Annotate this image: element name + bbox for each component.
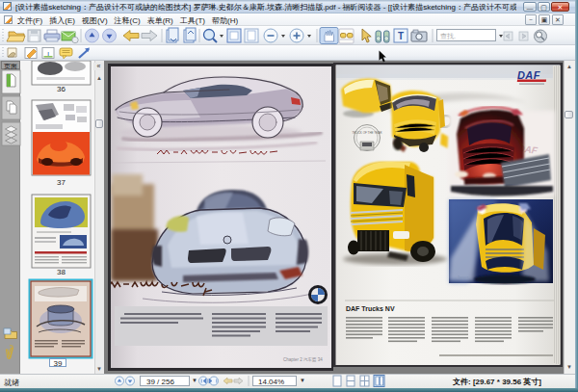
svg-text:Chapter 2 汽车篇 34: Chapter 2 汽车篇 34 xyxy=(283,356,323,363)
svg-text:DAF Trucks NV: DAF Trucks NV xyxy=(346,305,395,312)
svg-text:TRUCK OF THE YEAR: TRUCK OF THE YEAR xyxy=(352,131,382,135)
svg-text:Jerez: Jerez xyxy=(456,274,469,280)
svg-text:DAF: DAF xyxy=(517,69,540,81)
svg-text:T: T xyxy=(398,31,404,41)
